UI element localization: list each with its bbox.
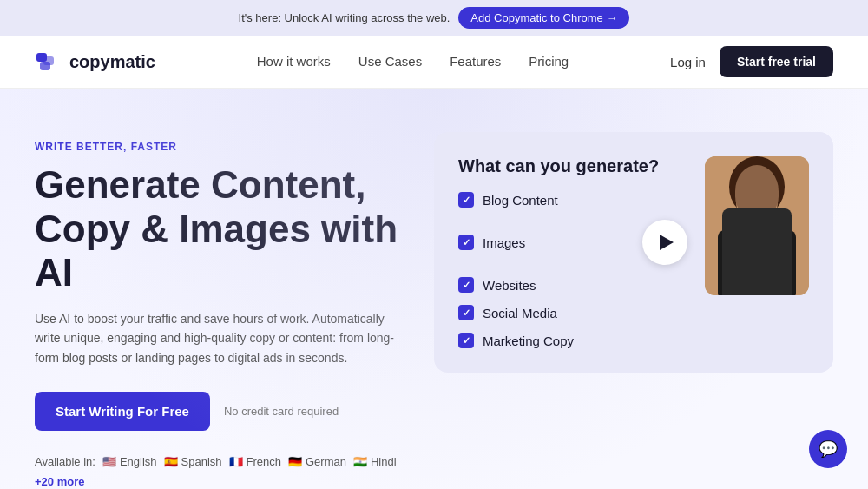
svg-point-5 [736, 177, 778, 226]
list-item: Blog Content [458, 192, 687, 208]
hero-right: What can you generate? Blog Content Imag… [434, 132, 833, 373]
play-button[interactable] [642, 220, 687, 265]
nav-features[interactable]: Features [450, 54, 501, 69]
hero-title-line2: Copy & Images with AI [35, 208, 398, 294]
logo-text: copymatic [69, 52, 155, 72]
list-item: Social Media [458, 305, 687, 320]
svg-rect-7 [718, 230, 796, 295]
lang-english-label: English [120, 455, 157, 468]
start-trial-button[interactable]: Start free trial [720, 46, 833, 77]
card-content: What can you generate? Blog Content Imag… [458, 156, 687, 348]
check-icon [458, 235, 474, 250]
hero-title: Generate Content, Copy & Images with AI [35, 163, 399, 295]
list-item: Marketing Copy [458, 333, 687, 348]
lang-spanish-label: Spanish [181, 455, 222, 468]
hero-left: WRITE BETTER, FASTER Generate Content, C… [35, 123, 399, 488]
lang-german: 🇩🇪 German [288, 455, 346, 468]
lang-more[interactable]: +20 more [35, 475, 84, 488]
hero-title-line1: Generate Content, [35, 163, 365, 206]
chrome-extension-button[interactable]: Add Copymatic to Chrome → [458, 7, 629, 29]
lang-hindi: 🇮🇳 Hindi [353, 455, 397, 468]
banner-text: It's here: Unlock AI writing across the … [239, 11, 450, 24]
lang-french-label: French [247, 455, 281, 468]
nav-links: How it works Use Cases Features Pricing [257, 54, 569, 69]
item-social: Social Media [483, 306, 557, 320]
list-item: Images [458, 220, 687, 265]
lang-hindi-label: Hindi [371, 455, 397, 468]
chat-icon: 💬 [819, 439, 838, 459]
check-list: Blog Content Images [458, 192, 687, 348]
generate-card: What can you generate? Blog Content Imag… [434, 132, 833, 373]
lang-english: 🇺🇸 English [102, 455, 157, 468]
nav-pricing[interactable]: Pricing [529, 54, 569, 69]
person-image [705, 156, 809, 295]
cta-row: Start Writing For Free No credit card re… [35, 392, 399, 431]
logo-icon [35, 48, 62, 76]
start-writing-button[interactable]: Start Writing For Free [35, 392, 210, 431]
play-triangle-icon [660, 235, 674, 250]
check-icon [458, 277, 474, 293]
check-icon [458, 305, 474, 320]
list-item: Websites [458, 277, 687, 293]
chat-fab-button[interactable]: 💬 [809, 430, 847, 468]
svg-rect-6 [748, 221, 766, 235]
hero-tagline: WRITE BETTER, FASTER [35, 141, 399, 153]
play-button-wrap [642, 220, 687, 265]
svg-point-11 [763, 198, 767, 203]
svg-point-4 [729, 156, 785, 217]
hero-description: Use AI to boost your traffic and save ho… [35, 309, 399, 367]
logo[interactable]: copymatic [35, 48, 155, 76]
no-credit-card-text: No credit card required [224, 405, 339, 418]
available-in: Available in: 🇺🇸 English 🇪🇸 Spanish 🇫🇷 F… [35, 455, 399, 488]
item-marketing: Marketing Copy [483, 334, 574, 348]
item-images: Images [483, 235, 525, 250]
svg-point-10 [747, 198, 752, 203]
svg-point-8 [746, 195, 753, 204]
login-button[interactable]: Log in [670, 55, 706, 69]
item-websites: Websites [483, 278, 536, 293]
nav-how-it-works[interactable]: How it works [257, 54, 331, 69]
navbar: copymatic How it works Use Cases Feature… [0, 36, 868, 89]
svg-rect-2 [43, 56, 54, 65]
nav-use-cases[interactable]: Use Cases [358, 54, 422, 69]
item-blog: Blog Content [483, 193, 558, 208]
card-title: What can you generate? [458, 156, 687, 176]
top-banner: It's here: Unlock AI writing across the … [0, 0, 868, 36]
available-label: Available in: [35, 455, 95, 468]
lang-spanish: 🇪🇸 Spanish [164, 455, 222, 468]
check-icon [458, 192, 474, 208]
hero-section: WRITE BETTER, FASTER Generate Content, C… [0, 89, 868, 489]
lang-french: 🇫🇷 French [229, 455, 281, 468]
lang-german-label: German [306, 455, 346, 468]
nav-actions: Log in Start free trial [670, 46, 833, 77]
check-icon [458, 333, 474, 348]
person-svg [705, 156, 809, 295]
svg-point-9 [761, 195, 768, 204]
